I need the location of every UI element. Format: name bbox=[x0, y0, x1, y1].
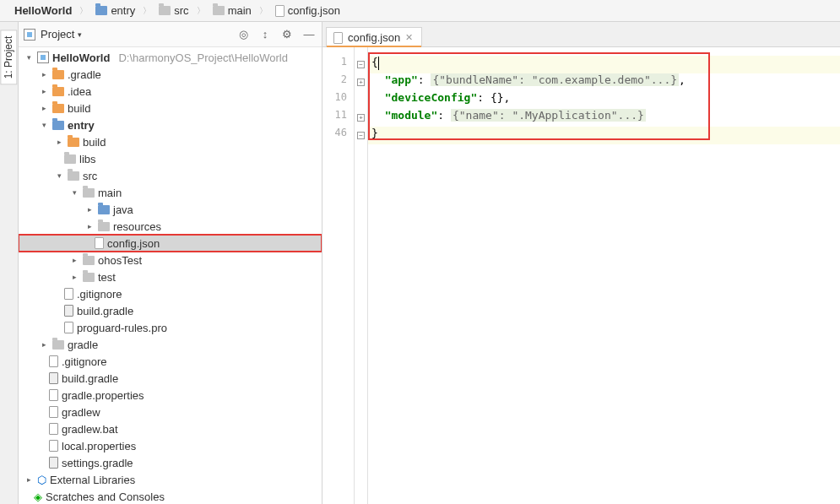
chevron-right-icon: 〉 bbox=[197, 5, 205, 17]
text-caret bbox=[378, 57, 379, 70]
project-root-icon bbox=[37, 51, 49, 63]
tree-item-ohostest[interactable]: ▸ohosTest bbox=[19, 252, 322, 268]
tree-item-ext-libs[interactable]: ▸⬡External Libraries bbox=[19, 471, 322, 488]
main-area: 1: Project Project ▾ ◎ ↕ ⚙ — ▾ Hell bbox=[0, 22, 840, 504]
fold-toggle-icon[interactable]: + bbox=[357, 79, 365, 86]
tree-item-localprops[interactable]: local.properties bbox=[19, 437, 322, 454]
tree-root[interactable]: ▾ HelloWorld D:\harmonyOS_Project\HelloW… bbox=[19, 49, 322, 66]
fold-toggle-icon[interactable]: + bbox=[357, 114, 365, 122]
file-icon bbox=[49, 355, 58, 367]
gradle-file-icon bbox=[49, 372, 58, 384]
breadcrumb-main[interactable]: main bbox=[207, 3, 257, 19]
json-file-icon bbox=[95, 237, 104, 249]
expand-arrow-icon[interactable]: ▸ bbox=[39, 70, 49, 79]
fold-toggle-icon[interactable]: − bbox=[357, 61, 365, 68]
expand-arrow-icon[interactable]: ▸ bbox=[24, 475, 34, 484]
close-tab-icon[interactable]: ✕ bbox=[405, 32, 413, 43]
locate-icon[interactable]: ◎ bbox=[236, 27, 251, 42]
code-content[interactable]: { "app": {"bundleName": "com.example.dem… bbox=[368, 47, 840, 504]
folder-icon bbox=[64, 154, 76, 164]
tree-item-gradle[interactable]: ▸.gradle bbox=[19, 66, 322, 83]
expand-arrow-icon[interactable]: ▸ bbox=[69, 256, 79, 264]
folder-icon bbox=[98, 222, 110, 231]
tree-item-main[interactable]: ▾main bbox=[19, 184, 322, 201]
expand-arrow-icon[interactable]: ▾ bbox=[69, 188, 79, 197]
code-editor[interactable]: 1 2 10 11 46 − + + − { "app": {"bundleNa… bbox=[322, 47, 840, 504]
expand-arrow-icon[interactable]: ▸ bbox=[54, 138, 64, 146]
tree-item-settings[interactable]: settings.gradle bbox=[19, 454, 322, 471]
file-icon bbox=[64, 322, 73, 333]
toolwindow-strip: 1: Project bbox=[0, 22, 19, 504]
fold-toggle-icon[interactable]: − bbox=[357, 132, 365, 139]
line-gutter: 1 2 10 11 46 bbox=[322, 47, 355, 504]
tree-item-entry-proguard[interactable]: proguard-rules.pro bbox=[19, 319, 322, 336]
breadcrumb-entry[interactable]: entry bbox=[89, 3, 141, 19]
tree-item-gradlewbat[interactable]: gradlew.bat bbox=[19, 420, 322, 437]
chevron-right-icon: 〉 bbox=[143, 5, 151, 17]
tree-item-idea[interactable]: ▸.idea bbox=[19, 83, 322, 100]
file-icon bbox=[49, 389, 58, 401]
project-view-icon bbox=[24, 29, 35, 41]
folder-icon bbox=[98, 205, 110, 214]
caret-down-icon: ▾ bbox=[78, 30, 82, 39]
expand-arrow-icon[interactable]: ▸ bbox=[69, 273, 79, 281]
breadcrumb-root[interactable]: HelloWorld bbox=[8, 3, 78, 19]
folder-icon bbox=[68, 171, 79, 181]
folder-icon bbox=[52, 340, 64, 350]
gear-icon[interactable]: ⚙ bbox=[279, 27, 295, 42]
tree-item-build[interactable]: ▸build bbox=[19, 100, 322, 117]
folder-icon bbox=[52, 104, 64, 113]
expand-arrow-icon[interactable]: ▸ bbox=[84, 222, 95, 230]
tree-item-gradlew[interactable]: gradlew bbox=[19, 404, 322, 420]
tree-item-entry-src[interactable]: ▾src bbox=[19, 167, 322, 184]
tree-item-java[interactable]: ▸java bbox=[19, 201, 322, 218]
tree-item-config-json[interactable]: config.json bbox=[19, 235, 322, 252]
project-panel-header: Project ▾ ◎ ↕ ⚙ — bbox=[19, 22, 322, 47]
project-view-selector[interactable]: Project ▾ bbox=[41, 28, 82, 41]
folder-icon bbox=[52, 87, 64, 96]
expand-arrow-icon[interactable]: ▸ bbox=[39, 104, 49, 112]
folder-icon bbox=[213, 6, 225, 15]
expand-arrow-icon[interactable]: ▾ bbox=[24, 53, 34, 62]
expand-arrow-icon[interactable]: ▾ bbox=[39, 121, 49, 129]
project-toolwindow-tab[interactable]: 1: Project bbox=[1, 30, 18, 85]
expand-arrow-icon[interactable]: ▸ bbox=[84, 205, 95, 214]
chevron-right-icon: 〉 bbox=[79, 5, 88, 17]
tree-item-gitignore[interactable]: .gitignore bbox=[19, 353, 322, 370]
tree-item-gradle2[interactable]: ▸gradle bbox=[19, 336, 322, 353]
breadcrumb-src[interactable]: src bbox=[153, 3, 194, 19]
chevron-right-icon: 〉 bbox=[259, 5, 268, 17]
folder-icon bbox=[95, 6, 107, 15]
editor-tab-bar: config.json ✕ bbox=[322, 22, 840, 47]
expand-arrow-icon[interactable]: ▾ bbox=[54, 171, 64, 180]
tree-item-resources[interactable]: ▸resources bbox=[19, 218, 322, 235]
expand-arrow-icon[interactable]: ▸ bbox=[39, 87, 49, 95]
tree-item-entry-build[interactable]: ▸build bbox=[19, 133, 322, 150]
editor-area: config.json ✕ 1 2 10 11 46 − + + − bbox=[322, 22, 840, 504]
hide-icon[interactable]: — bbox=[301, 27, 317, 42]
file-icon bbox=[49, 423, 58, 435]
expand-all-icon[interactable]: ↕ bbox=[257, 27, 273, 42]
gradle-file-icon bbox=[64, 305, 73, 317]
folder-icon bbox=[159, 6, 171, 15]
tree-item-scratches[interactable]: ◈Scratches and Consoles bbox=[19, 488, 322, 504]
tree-item-entry-buildgradle[interactable]: build.gradle bbox=[19, 302, 322, 319]
breadcrumb-bar: HelloWorld 〉 entry 〉 src 〉 main 〉 config… bbox=[0, 0, 840, 22]
tree-item-buildgradle[interactable]: build.gradle bbox=[19, 370, 322, 387]
tree-item-entry-gitignore[interactable]: .gitignore bbox=[19, 285, 322, 302]
expand-arrow-icon[interactable]: ▸ bbox=[39, 340, 49, 349]
file-icon bbox=[49, 440, 58, 452]
gradle-file-icon bbox=[49, 457, 58, 469]
tree-item-entry-libs[interactable]: libs bbox=[19, 150, 322, 167]
folder-icon bbox=[83, 188, 95, 198]
tree-item-entry[interactable]: ▾entry bbox=[19, 117, 322, 133]
tree-item-gradleprops[interactable]: gradle.properties bbox=[19, 387, 322, 404]
project-tree[interactable]: ▾ HelloWorld D:\harmonyOS_Project\HelloW… bbox=[19, 47, 322, 504]
folder-icon bbox=[52, 121, 64, 130]
tree-item-test[interactable]: ▸test bbox=[19, 268, 322, 285]
editor-tab-config[interactable]: config.json ✕ bbox=[326, 27, 422, 47]
folder-icon bbox=[68, 138, 79, 147]
folder-icon bbox=[83, 273, 95, 282]
folder-icon bbox=[52, 70, 64, 79]
breadcrumb-config[interactable]: config.json bbox=[269, 3, 346, 19]
